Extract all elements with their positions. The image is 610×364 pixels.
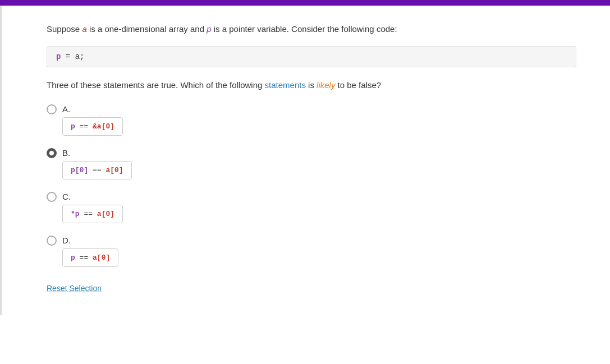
subtext-is: is — [306, 80, 317, 90]
option-b-label: B. — [62, 147, 132, 158]
option-b-code: p[0] == a[0] — [62, 161, 132, 179]
option-d-label: D. — [62, 234, 118, 245]
page-wrapper: Suppose a is a one-dimensional array and… — [0, 6, 610, 315]
option-c-label: C. — [62, 191, 123, 201]
question-intro: Suppose a is a one-dimensional array and… — [47, 22, 576, 36]
option-b-row: B. p[0] == a[0] — [47, 147, 576, 179]
option-d-code: p == a[0] — [62, 248, 118, 267]
subtext-likely: likely — [317, 80, 335, 90]
code-line-a: a; — [75, 52, 85, 61]
radio-btn-c[interactable] — [47, 192, 57, 202]
option-a-code: p == &a[0] — [62, 117, 123, 136]
code-line-p: p — [56, 52, 61, 61]
subtext-suffix: to be false? — [335, 80, 381, 90]
option-a-row: A. p == &a[0] — [47, 103, 576, 136]
subtext-prefix: Three of these statements are true. Whic… — [47, 80, 265, 90]
radio-btn-a[interactable] — [47, 104, 57, 114]
radio-btn-d[interactable] — [47, 236, 57, 246]
radio-btn-b[interactable] — [47, 148, 57, 158]
var-a: a — [82, 24, 86, 34]
radio-a[interactable] — [47, 104, 57, 114]
option-a-label: A. — [62, 103, 123, 114]
reset-link[interactable]: Reset Selection — [47, 284, 102, 293]
radio-d[interactable] — [47, 236, 57, 246]
main-code-block: p = a; — [47, 46, 576, 67]
option-c-row: C. *p == a[0] — [47, 191, 576, 223]
code-line-eq: = — [66, 52, 75, 61]
option-a-content: A. p == &a[0] — [62, 103, 123, 136]
top-bar — [0, 0, 610, 6]
option-c-code: *p == a[0] — [62, 205, 123, 223]
radio-b[interactable] — [47, 148, 57, 158]
option-b-content: B. p[0] == a[0] — [62, 147, 132, 179]
sub-question: Three of these statements are true. Whic… — [47, 79, 576, 92]
intro-text2: is a one-dimensional array and — [89, 24, 204, 34]
option-c-content: C. *p == a[0] — [62, 191, 123, 223]
intro-text: Suppose — [47, 24, 80, 34]
var-p: p — [207, 24, 211, 34]
radio-c[interactable] — [47, 192, 57, 202]
option-d-row: D. p == a[0] — [47, 234, 576, 267]
intro-text3: is a pointer variable. Consider the foll… — [214, 24, 397, 34]
option-d-content: D. p == a[0] — [62, 234, 118, 267]
subtext-highlight: statements — [265, 80, 306, 90]
